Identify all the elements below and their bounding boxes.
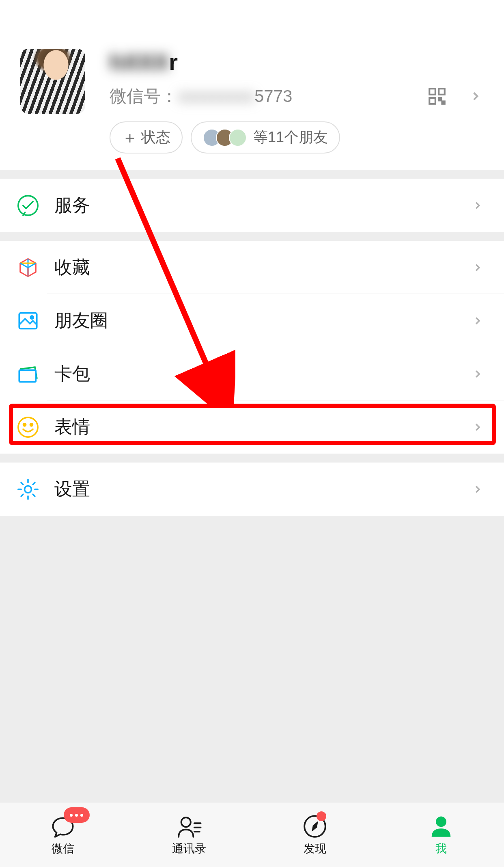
svg-rect-3 [439,98,441,100]
svg-point-10 [24,423,26,426]
discover-icon [300,813,330,839]
menu-label: 卡包 [54,362,472,386]
chevron-right-icon [472,199,484,212]
stickers-icon [16,415,40,439]
tab-contacts[interactable]: 通讯录 [126,802,252,867]
tab-me[interactable]: 我 [378,802,504,867]
svg-rect-2 [429,98,435,104]
menu-item-moments[interactable]: 朋友圈 [0,294,504,347]
qr-code-icon[interactable] [427,86,447,106]
svg-point-14 [181,817,190,827]
menu-label: 朋友圈 [54,309,472,333]
badge-icon [64,807,90,823]
chevron-right-icon [472,421,484,433]
moments-icon [16,309,40,333]
settings-icon [16,478,40,501]
menu-label: 服务 [54,193,472,217]
avatar[interactable] [20,49,85,114]
profile-section[interactable]: hXXXr 微信号：xxxxxxxxx5773 [0,0,504,170]
tab-label: 发现 [304,841,326,856]
svg-point-11 [30,423,32,426]
svg-rect-1 [439,89,445,95]
wechat-id-row: 微信号：xxxxxxxxx5773 [110,85,484,108]
me-icon [426,813,456,839]
cards-icon [16,362,40,386]
friend-avatars [203,129,247,147]
chevron-right-icon [472,315,484,327]
menu-item-settings[interactable]: 设置 [0,463,504,516]
favorites-icon [16,256,40,279]
friends-status-button[interactable]: 等11个朋友 [191,121,340,154]
menu-item-cards[interactable]: 卡包 [0,347,504,400]
chat-icon [48,813,78,839]
svg-point-19 [436,816,446,827]
svg-rect-0 [429,89,435,95]
badge-dot-icon [317,811,326,821]
menu-label: 设置 [54,477,472,501]
nickname: hXXXr [110,49,484,75]
menu-label: 收藏 [54,255,472,279]
menu-item-favorites[interactable]: 收藏 [0,241,504,294]
chevron-right-icon [467,88,484,104]
tab-label: 通讯录 [172,841,206,856]
tab-wechat[interactable]: 微信 [0,802,126,867]
contacts-icon [174,813,204,839]
menu-label: 表情 [54,415,472,439]
menu-item-services[interactable]: 服务 [0,179,504,232]
status-row: ＋ 状态 等11个朋友 [110,121,484,154]
tab-discover[interactable]: 发现 [252,802,378,867]
tab-label: 微信 [52,841,74,856]
status-button[interactable]: ＋ 状态 [110,121,183,154]
chevron-right-icon [472,262,484,274]
tab-label: 我 [435,841,447,856]
menu-item-stickers[interactable]: 表情 [0,400,504,454]
menu-group-settings: 设置 [0,463,504,516]
services-icon [16,194,40,217]
svg-rect-8 [19,370,36,382]
menu-group-services: 服务 [0,179,504,232]
profile-info: hXXXr 微信号：xxxxxxxxx5773 [85,49,484,154]
chevron-right-icon [472,483,484,495]
wechat-id: 微信号：xxxxxxxxx5773 [110,85,419,108]
svg-point-9 [18,417,38,437]
svg-point-12 [25,486,32,493]
svg-rect-4 [442,102,445,104]
menu-group-features: 收藏 朋友圈 卡包 [0,241,504,454]
chevron-right-icon [472,368,484,380]
tabbar: 微信 通讯录 发现 [0,802,504,867]
svg-point-7 [30,316,33,318]
